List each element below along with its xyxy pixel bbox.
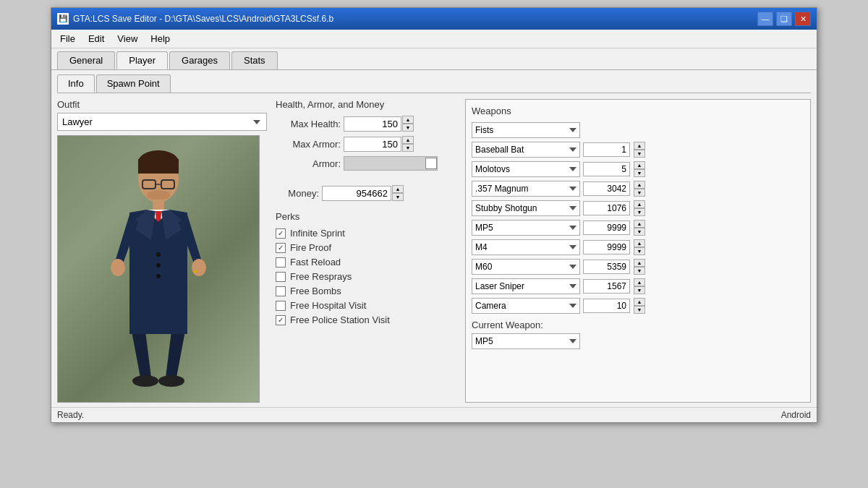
- perk-free-bombs: Free Bombs: [276, 286, 456, 296]
- close-button[interactable]: ✕: [795, 12, 811, 26]
- perk-fast-reload-checkbox[interactable]: [276, 257, 286, 267]
- current-weapon-label: Current Weapon:: [472, 320, 804, 330]
- sub-tab-spawn-point[interactable]: Spawn Point: [96, 74, 171, 93]
- max-health-row: Max Health: ▲ ▼: [276, 116, 456, 132]
- armor-slider[interactable]: [344, 156, 438, 171]
- outfit-label: Outfit: [57, 99, 267, 110]
- money-up[interactable]: ▲: [392, 185, 404, 193]
- perk-infinite-sprint-checkbox[interactable]: [276, 228, 286, 239]
- weapon-select-2[interactable]: Molotovs: [472, 161, 580, 177]
- weapon-ammo-9-up[interactable]: ▲: [634, 298, 645, 306]
- perk-free-hospital: Free Hospital Visit: [276, 300, 456, 311]
- tab-stats[interactable]: Stats: [231, 51, 278, 69]
- weapon-ammo-6-down[interactable]: ▼: [634, 247, 645, 255]
- weapon-select-1[interactable]: Baseball Bat: [472, 142, 580, 158]
- weapon-row-4: Stubby Shotgun ▲ ▼: [472, 200, 804, 216]
- svg-point-19: [132, 375, 158, 387]
- weapon-ammo-4-up[interactable]: ▲: [634, 200, 645, 208]
- max-armor-row: Max Armor: ▲ ▼: [276, 136, 456, 152]
- max-armor-down[interactable]: ▼: [402, 144, 414, 152]
- weapon-select-6[interactable]: M4: [472, 239, 580, 255]
- maximize-button[interactable]: ❑: [776, 12, 792, 26]
- weapon-ammo-9-down[interactable]: ▼: [634, 306, 645, 314]
- svg-point-13: [156, 252, 161, 257]
- perk-fire-proof-checkbox[interactable]: [276, 243, 286, 253]
- tab-garages[interactable]: Garages: [169, 51, 230, 69]
- menu-file[interactable]: File: [54, 31, 81, 46]
- weapon-ammo-8-up[interactable]: ▲: [634, 278, 645, 286]
- tab-general[interactable]: General: [57, 51, 115, 69]
- weapon-select-5[interactable]: MP5: [472, 220, 580, 236]
- weapon-row-0: Fists: [472, 122, 804, 138]
- weapon-ammo-5-down[interactable]: ▼: [634, 228, 645, 236]
- weapon-ammo-7-up[interactable]: ▲: [634, 259, 645, 267]
- perk-free-police-checkbox[interactable]: [276, 315, 286, 325]
- perk-free-bombs-checkbox[interactable]: [276, 286, 286, 296]
- middle-column: Health, Armor, and Money Max Health: ▲ ▼: [276, 99, 456, 403]
- perk-free-hospital-checkbox[interactable]: [276, 301, 286, 311]
- weapon-ammo-3[interactable]: [583, 181, 630, 196]
- perk-free-police-label: Free Police Station Visit: [290, 314, 390, 325]
- weapon-select-9[interactable]: Camera: [472, 298, 580, 314]
- weapon-ammo-6[interactable]: [583, 240, 630, 254]
- weapon-ammo-4-down[interactable]: ▼: [634, 208, 645, 216]
- max-armor-input[interactable]: [344, 137, 401, 152]
- money-down[interactable]: ▼: [392, 193, 404, 201]
- money-row: Money: ▲ ▼: [276, 185, 456, 201]
- perk-infinite-sprint: Infinite Sprint: [276, 228, 456, 239]
- weapons-panel: Weapons Fists Baseball Bat ▲ ▼: [465, 99, 811, 403]
- weapon-row-6: M4 ▲ ▼: [472, 239, 804, 255]
- weapon-ammo-7-down[interactable]: ▼: [634, 267, 645, 275]
- sub-tab-bar: Info Spawn Point: [57, 74, 811, 93]
- perk-free-resprays-checkbox[interactable]: [276, 272, 286, 282]
- menubar: File Edit View Help: [51, 30, 817, 48]
- max-health-input[interactable]: [344, 116, 401, 132]
- weapon-ammo-5-up[interactable]: ▲: [634, 220, 645, 228]
- max-health-down[interactable]: ▼: [402, 124, 414, 132]
- weapon-ammo-2[interactable]: [583, 162, 630, 176]
- current-weapon-select[interactable]: MP5: [472, 333, 580, 349]
- weapon-ammo-2-up[interactable]: ▲: [634, 161, 645, 169]
- weapon-select-8[interactable]: Laser Sniper: [472, 278, 580, 294]
- weapon-ammo-3-down[interactable]: ▼: [634, 189, 645, 197]
- weapon-ammo-9[interactable]: [583, 299, 630, 313]
- outfit-select[interactable]: Lawyer: [57, 113, 267, 131]
- weapon-ammo-8-down[interactable]: ▼: [634, 286, 645, 294]
- weapon-ammo-8[interactable]: [583, 279, 630, 294]
- weapon-row-3: .357 Magnum ▲ ▼: [472, 181, 804, 197]
- weapon-select-4[interactable]: Stubby Shotgun: [472, 200, 580, 216]
- weapon-ammo-5[interactable]: [583, 221, 630, 235]
- menu-help[interactable]: Help: [145, 31, 176, 46]
- weapon-row-7: M60 ▲ ▼: [472, 259, 804, 275]
- weapon-ammo-2-down[interactable]: ▼: [634, 169, 645, 177]
- title-bar: 💾 GTA:LCS Save Editor - D:\GTA\Saves\LCS…: [51, 8, 817, 30]
- health-section-title: Health, Armor, and Money: [276, 99, 456, 110]
- svg-point-7: [147, 190, 170, 200]
- weapon-ammo-1-down[interactable]: ▼: [634, 150, 645, 158]
- armor-label: Armor:: [276, 158, 341, 169]
- menu-view[interactable]: View: [111, 31, 143, 46]
- armor-row: Armor:: [276, 156, 456, 171]
- weapon-ammo-1-up[interactable]: ▲: [634, 142, 645, 150]
- perk-fast-reload-label: Fast Reload: [290, 257, 341, 267]
- weapon-select-3[interactable]: .357 Magnum: [472, 181, 580, 197]
- weapon-ammo-3-up[interactable]: ▲: [634, 181, 645, 189]
- perks-title: Perks: [276, 211, 456, 222]
- weapon-ammo-6-up[interactable]: ▲: [634, 239, 645, 247]
- svg-point-14: [156, 263, 161, 267]
- tab-player[interactable]: Player: [116, 51, 168, 69]
- perk-free-hospital-label: Free Hospital Visit: [290, 300, 366, 311]
- weapon-ammo-7[interactable]: [583, 260, 630, 274]
- perks-section: Perks Infinite Sprint Fire Proof Fast Re…: [276, 211, 456, 325]
- perk-infinite-sprint-label: Infinite Sprint: [290, 228, 345, 239]
- weapon-select-0[interactable]: Fists: [472, 122, 580, 138]
- max-armor-up[interactable]: ▲: [402, 136, 414, 144]
- max-health-up[interactable]: ▲: [402, 116, 414, 124]
- minimize-button[interactable]: —: [757, 12, 773, 26]
- money-input[interactable]: [322, 186, 391, 201]
- sub-tab-info[interactable]: Info: [57, 74, 95, 93]
- weapon-ammo-1[interactable]: [583, 142, 630, 157]
- menu-edit[interactable]: Edit: [82, 31, 110, 46]
- weapon-select-7[interactable]: M60: [472, 259, 580, 275]
- weapon-ammo-4[interactable]: [583, 201, 630, 215]
